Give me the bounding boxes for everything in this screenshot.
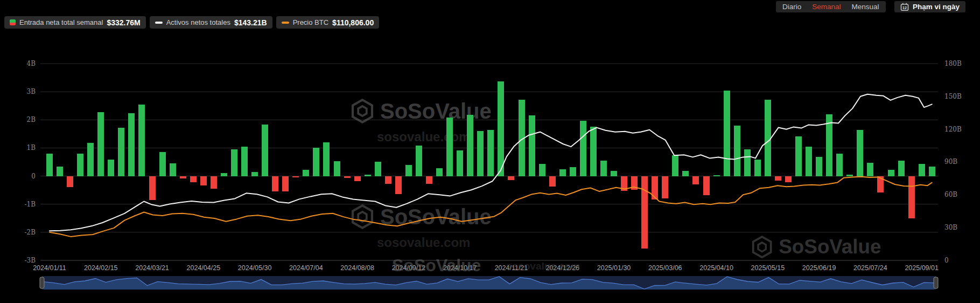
legend-item-weekly-inflow[interactable]: Entrada neta total semanal $332.76M	[4, 16, 146, 29]
legend-item-btc-price[interactable]: Precio BTC $110,806.00	[276, 16, 380, 29]
tab-semanal[interactable]: Semanal	[812, 3, 841, 11]
legend: Entrada neta total semanal $332.76M Acti…	[4, 16, 379, 29]
legend-item-net-assets[interactable]: Activos netos totales $143.21B	[150, 16, 272, 29]
date-range-button[interactable]: 12 Phạm vi ngày	[894, 1, 965, 12]
legend-label: Activos netos totales	[166, 18, 230, 26]
nav-handle-right[interactable]	[934, 277, 938, 288]
legend-label: Precio BTC	[293, 18, 328, 26]
period-tabs: Diario Semanal Mensual	[776, 1, 886, 12]
tab-diario[interactable]: Diario	[782, 3, 801, 11]
orange-dash-icon	[282, 22, 289, 24]
date-range-label: Phạm vi ngày	[913, 3, 960, 11]
tab-mensual[interactable]: Mensual	[852, 3, 879, 11]
bar-series-icon	[10, 19, 16, 25]
legend-value: $110,806.00	[332, 18, 374, 27]
legend-value: $143.21B	[234, 18, 267, 27]
legend-value: $332.76M	[107, 18, 140, 27]
white-dash-icon	[155, 22, 163, 24]
calendar-icon: 12	[900, 3, 909, 11]
nav-handle-left[interactable]	[40, 277, 44, 288]
legend-label: Entrada neta total semanal	[19, 18, 103, 26]
calendar-icon-day: 12	[902, 6, 907, 10]
range-navigator[interactable]	[0, 0, 980, 303]
btc-etf-chart-app: Entrada neta total semanal $332.76M Acti…	[0, 0, 980, 303]
